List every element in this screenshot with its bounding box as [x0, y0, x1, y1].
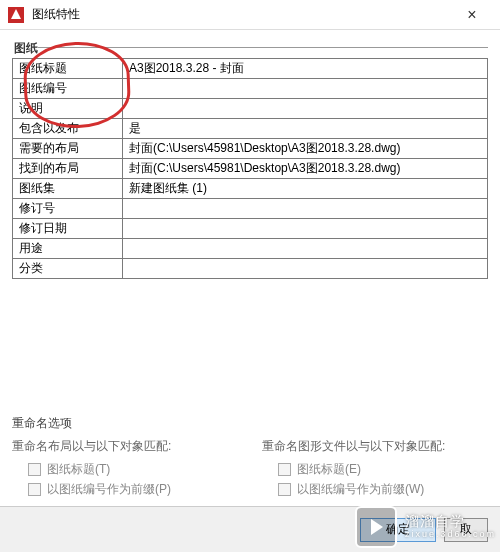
table-row: 分类 [13, 259, 488, 279]
property-value[interactable]: 是 [123, 119, 488, 139]
property-label: 包含以发布 [13, 119, 123, 139]
checkbox-label: 图纸标题(T) [47, 461, 110, 478]
property-value[interactable] [123, 259, 488, 279]
table-row: 图纸编号 [13, 79, 488, 99]
rename-left-label: 重命名布局以与以下对象匹配: [12, 438, 238, 455]
properties-table: 图纸标题A3图2018.3.28 - 封面图纸编号说明包含以发布是需要的布局封面… [12, 58, 488, 279]
property-value[interactable] [123, 199, 488, 219]
property-label: 说明 [13, 99, 123, 119]
rename-title: 重命名选项 [12, 415, 488, 432]
property-value[interactable]: 封面(C:\Users\45981\Desktop\A3图2018.3.28.d… [123, 159, 488, 179]
table-row: 包含以发布是 [13, 119, 488, 139]
property-label: 分类 [13, 259, 123, 279]
checkbox-label: 以图纸编号作为前缀(P) [47, 481, 171, 498]
property-label: 修订号 [13, 199, 123, 219]
checkbox-row[interactable]: 以图纸编号作为前缀(P) [28, 481, 238, 498]
table-row: 修订号 [13, 199, 488, 219]
checkbox-label: 图纸标题(E) [297, 461, 361, 478]
checkbox-icon [278, 483, 291, 496]
property-value[interactable]: 封面(C:\Users\45981\Desktop\A3图2018.3.28.d… [123, 139, 488, 159]
section-label: 图纸 [12, 40, 44, 57]
content-area: 图纸 图纸标题A3图2018.3.28 - 封面图纸编号说明包含以发布是需要的布… [0, 30, 500, 409]
property-label: 图纸集 [13, 179, 123, 199]
table-row: 图纸标题A3图2018.3.28 - 封面 [13, 59, 488, 79]
table-row: 图纸集新建图纸集 (1) [13, 179, 488, 199]
table-row: 用途 [13, 239, 488, 259]
section-header: 图纸 [12, 40, 488, 56]
property-label: 图纸标题 [13, 59, 123, 79]
property-value[interactable]: A3图2018.3.28 - 封面 [123, 59, 488, 79]
watermark: 溜溜自学 zixue.3d66.com [355, 506, 496, 548]
rename-right-label: 重命名图形文件以与以下对象匹配: [262, 438, 488, 455]
property-label: 找到的布局 [13, 159, 123, 179]
table-row: 说明 [13, 99, 488, 119]
property-value[interactable] [123, 99, 488, 119]
property-label: 图纸编号 [13, 79, 123, 99]
property-value[interactable]: 新建图纸集 (1) [123, 179, 488, 199]
section-divider [38, 47, 488, 48]
watermark-text: 溜溜自学 zixue.3d66.com [405, 514, 496, 539]
watermark-line1: 溜溜自学 [405, 514, 496, 529]
property-label: 需要的布局 [13, 139, 123, 159]
window-title: 图纸特性 [32, 6, 452, 23]
property-value[interactable] [123, 79, 488, 99]
table-row: 需要的布局封面(C:\Users\45981\Desktop\A3图2018.3… [13, 139, 488, 159]
titlebar: 图纸特性 × [0, 0, 500, 30]
checkbox-row[interactable]: 图纸标题(E) [278, 461, 488, 478]
property-label: 用途 [13, 239, 123, 259]
property-value[interactable] [123, 219, 488, 239]
checkbox-row[interactable]: 图纸标题(T) [28, 461, 238, 478]
property-value[interactable] [123, 239, 488, 259]
table-row: 找到的布局封面(C:\Users\45981\Desktop\A3图2018.3… [13, 159, 488, 179]
watermark-badge [355, 506, 397, 548]
table-row: 修订日期 [13, 219, 488, 239]
rename-right-col: 重命名图形文件以与以下对象匹配: 图纸标题(E) 以图纸编号作为前缀(W) [262, 438, 488, 501]
checkbox-icon [28, 483, 41, 496]
checkbox-icon [28, 463, 41, 476]
rename-left-col: 重命名布局以与以下对象匹配: 图纸标题(T) 以图纸编号作为前缀(P) [12, 438, 238, 501]
checkbox-label: 以图纸编号作为前缀(W) [297, 481, 424, 498]
checkbox-icon [278, 463, 291, 476]
checkbox-row[interactable]: 以图纸编号作为前缀(W) [278, 481, 488, 498]
play-icon [371, 519, 383, 535]
watermark-line2: zixue.3d66.com [405, 530, 496, 540]
rename-section: 重命名选项 重命名布局以与以下对象匹配: 图纸标题(T) 以图纸编号作为前缀(P… [0, 415, 500, 501]
spacer [12, 279, 488, 409]
close-button[interactable]: × [452, 1, 492, 29]
app-icon [8, 7, 24, 23]
property-label: 修订日期 [13, 219, 123, 239]
